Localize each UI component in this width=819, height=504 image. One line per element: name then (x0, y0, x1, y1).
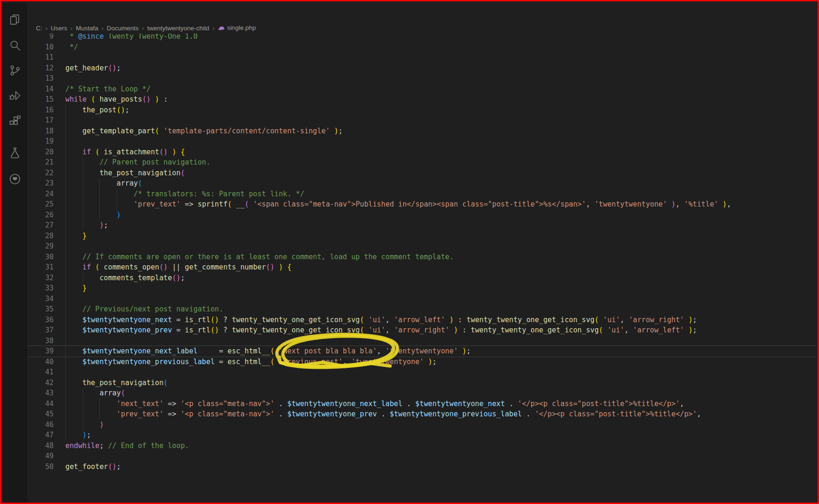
token-w: : (454, 316, 466, 324)
code-text: // If comments are open or there is at l… (83, 252, 454, 262)
code-text: the_post(); (83, 105, 130, 116)
token-w: . (274, 410, 287, 418)
indent-guide (65, 168, 66, 179)
token-b1: ( (155, 127, 159, 135)
breadcrumb-item[interactable]: twentytwentyone-child (147, 25, 209, 32)
breadcrumb-item[interactable]: Mustafa (76, 25, 98, 32)
token-v: $twentytwentyone_next_label (287, 400, 403, 408)
indent-guide (65, 252, 66, 262)
token-w (159, 127, 163, 135)
token-w: ; (693, 326, 697, 334)
line-number: 14 (27, 84, 54, 95)
token-w: , (343, 358, 351, 366)
code-text: the_post_navigation( (83, 378, 168, 388)
code-line: 38 (27, 336, 816, 346)
token-b1: ( (360, 316, 364, 324)
code-editor[interactable]: 9 * @since Twenty Twenty-One 1.010 */111… (27, 3, 816, 501)
source-control-icon[interactable] (8, 64, 21, 77)
indent-guide (65, 367, 66, 378)
code-line: 10 */ (27, 42, 816, 53)
explorer-icon[interactable] (8, 13, 21, 26)
token-c: */ (65, 43, 78, 51)
token-s: '%title' (684, 200, 718, 208)
line-number: 49 (27, 451, 54, 462)
token-w (445, 316, 449, 324)
token-b2: ) (99, 221, 104, 229)
indent-guide (99, 189, 100, 200)
token-v: $twentytwentyone_next_label (83, 347, 198, 355)
php-file-icon (218, 25, 225, 32)
token-c: // End of the loop. (108, 442, 189, 450)
code-line: 46) (27, 420, 816, 430)
token-w: . (522, 410, 534, 418)
breadcrumb-separator: › (212, 25, 214, 32)
token-c: /* translators: %s: Parent post link. */ (133, 190, 304, 198)
token-w: , (586, 200, 595, 208)
token-b1: ( (270, 358, 274, 366)
line-number: 15 (27, 94, 54, 105)
indent-guide (99, 399, 100, 409)
line-number: 17 (27, 115, 54, 126)
breadcrumb: C:›Users›Mustafa›Documents›twentytwentyo… (27, 22, 816, 34)
token-w (330, 127, 334, 135)
code-text: 'prev_text' => '<p class="meta-nav">' . … (117, 409, 701, 420)
code-line: 17 (27, 115, 816, 126)
github-icon[interactable] (8, 173, 21, 186)
token-c: // Parent post navigation. (99, 158, 210, 166)
token-f: comments_template (99, 274, 172, 282)
token-w: = (172, 326, 185, 334)
token-w: , (385, 316, 394, 324)
search-icon[interactable] (8, 39, 21, 52)
code-line: 44'next_text' => '<p class="meta-nav">' … (27, 399, 816, 409)
indent-guide (65, 147, 66, 158)
token-b1: ) (462, 347, 466, 355)
token-w (274, 358, 279, 366)
line-number: 22 (27, 168, 54, 179)
line-number: 24 (27, 189, 54, 200)
line-number: 35 (27, 304, 54, 315)
token-w (176, 148, 181, 156)
token-w (168, 148, 172, 156)
token-w: . (274, 400, 287, 408)
token-f: have_posts (99, 95, 142, 104)
token-s: '<span class="meta-nav">Published in</sp… (253, 200, 586, 208)
breadcrumb-item[interactable]: C: (36, 25, 42, 32)
code-line: 13 (27, 73, 816, 84)
breadcrumb-item[interactable]: Documents (107, 25, 139, 32)
line-number: 43 (27, 388, 54, 399)
testing-icon[interactable] (8, 146, 21, 159)
token-b1: } (83, 232, 87, 240)
indent-guide (65, 409, 66, 420)
indent-guide (99, 178, 100, 189)
run-debug-icon[interactable] (8, 89, 21, 102)
line-number: 28 (27, 231, 54, 242)
token-s: 'ui' (368, 326, 385, 334)
line-number: 36 (27, 315, 54, 325)
token-w (91, 148, 95, 156)
token-w: , (680, 400, 684, 408)
token-c: /* Start the Loop */ (65, 85, 151, 93)
indent-guide (65, 189, 66, 200)
token-b2: () (108, 463, 116, 471)
token-c: // If comments are open or there is at l… (83, 253, 454, 261)
breadcrumb-item[interactable]: Users (51, 25, 67, 32)
code-line: 47); (27, 430, 816, 441)
token-b1: ) (454, 326, 458, 334)
line-number: 39 (27, 346, 54, 357)
code-line-active: 39$twentytwentyone_next_label = esc_html… (27, 345, 816, 357)
extensions-icon[interactable] (8, 114, 21, 127)
line-number: 41 (27, 367, 54, 378)
code-text: ) (99, 420, 104, 430)
token-w: = (197, 347, 227, 355)
token-s: 'Previous post' (279, 358, 343, 366)
token-f: is_rtl (185, 316, 210, 324)
code-text: the_post_navigation( (99, 168, 185, 179)
token-w (684, 326, 688, 334)
token-w (283, 263, 287, 271)
indent-guide (83, 220, 83, 231)
breadcrumb-item[interactable]: single.php (218, 24, 256, 32)
indent-guide (99, 409, 100, 420)
code-line: 12get_header(); (27, 63, 816, 74)
code-text: get_footer(); (65, 462, 121, 472)
token-w: || (168, 263, 185, 271)
